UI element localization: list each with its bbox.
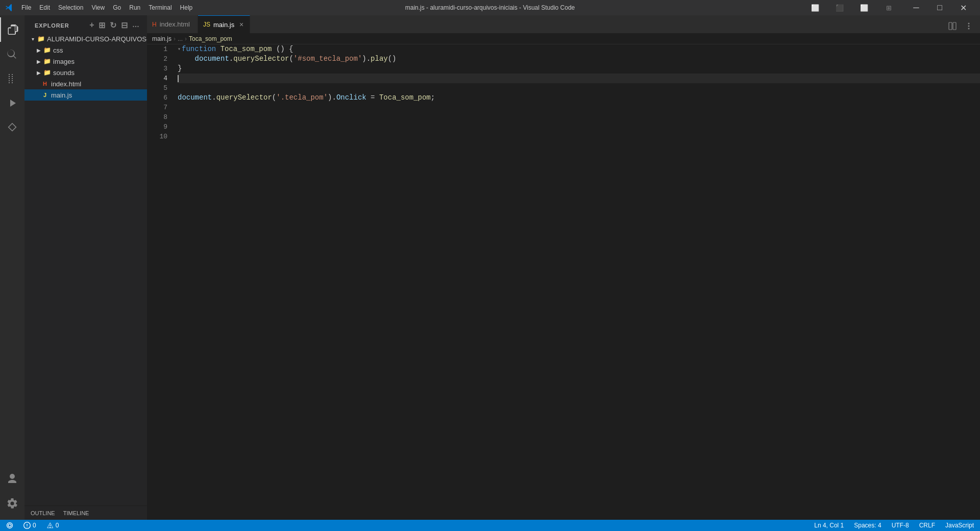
menu-run[interactable]: Run [125,0,144,15]
outline-tab[interactable]: OUTLINE [31,508,55,518]
activity-bar-settings[interactable] [0,491,24,516]
activity-bar-run[interactable] [0,91,24,115]
status-language[interactable]: JavaScript [943,520,976,531]
activity-bar-account[interactable] [0,467,24,491]
activity-bar-source-control[interactable] [0,66,24,91]
menu-selection[interactable]: Selection [54,0,87,15]
more-options-icon[interactable] [962,19,976,33]
svg-point-4 [968,28,970,30]
tree-item-images[interactable]: ▶ 📁 images [24,56,147,67]
line-num-8: 8 [147,112,167,122]
status-position[interactable]: Ln 4, Col 1 [812,520,846,531]
svg-rect-0 [949,22,952,30]
error-icon [23,522,31,529]
tree-item-index-html[interactable]: H index.html [24,78,147,89]
activity-bar-explorer[interactable] [0,17,24,42]
line-num-2: 2 [147,54,167,64]
title-bar-menu[interactable]: File Edit Selection View Go Run Terminal… [17,0,197,15]
layout-toggle-1[interactable]: ⬜ [803,0,827,15]
status-errors[interactable]: 0 [21,520,38,531]
tab-main-js-label: main.js [213,21,234,29]
line-num-5: 5 [147,83,167,93]
line-num-9: 9 [147,122,167,132]
file-tree: ▾ 📁 ALURAMIDI-CURSO-ARQUIVOS-INICIAIS ▶ … [24,33,147,505]
search-icon [6,48,18,60]
vscode-logo-icon [5,4,13,12]
title-bar-title: main.js - aluramidi-curso-arquivos-inici… [405,4,575,11]
breadcrumb-dots: ... [178,35,183,42]
breadcrumb-sep-1: › [174,35,176,42]
run-icon [6,97,18,109]
menu-file[interactable]: File [17,0,35,15]
status-bar: 0 0 Ln 4, Col 1 Spaces: 4 UTF-8 CRLF Jav… [0,520,980,531]
status-warnings[interactable]: 0 [44,520,61,531]
minimize-button[interactable]: ─ [904,0,928,15]
css-label: css [53,46,63,54]
source-control-icon [6,73,18,85]
tree-item-css[interactable]: ▶ 📁 css [24,44,147,56]
layout-toggle-2[interactable]: ⬛ [828,0,851,15]
code-line-2: document . querySelector ( '#som_tecla_p… [178,54,980,64]
maximize-button[interactable]: □ [928,0,951,15]
code-line-10 [178,132,980,141]
breadcrumb: main.js › ... › Toca_som_pom [147,33,980,44]
activity-bar [0,15,24,520]
code-line-3: } [178,64,980,74]
breadcrumb-function: Toca_som_pom [189,35,232,42]
close-button[interactable]: ✕ [951,0,975,15]
index-html-label: index.html [51,80,81,88]
menu-go[interactable]: Go [109,0,125,15]
sounds-label: sounds [53,69,75,77]
tab-index-html[interactable]: H index.html [147,15,198,33]
fn-name: Toca_som_pom [220,44,272,54]
sounds-folder-icon: 📁 [43,68,51,77]
editor-top-right [945,19,980,33]
svg-rect-1 [953,22,956,30]
line-num-3: 3 [147,64,167,74]
breadcrumb-file[interactable]: main.js [152,35,172,42]
title-bar: File Edit Selection View Go Run Terminal… [0,0,980,15]
status-eol[interactable]: CRLF [917,520,937,531]
refresh-explorer-icon[interactable]: ↻ [109,19,118,31]
more-actions-icon[interactable]: … [131,19,141,31]
main-layout: EXPLORER + ⊞ ↻ ⊟ … ▾ 📁 ALURAMIDI-CURSO-A… [0,15,980,520]
editor-area: H index.html JS main.js × [147,15,980,520]
tree-item-main-js[interactable]: J main.js [24,89,147,101]
line-num-10: 10 [147,132,167,141]
layout-toggle-4[interactable]: ⊞ [877,0,900,15]
timeline-tab[interactable]: TIMELINE [63,508,89,518]
tree-item-sounds[interactable]: ▶ 📁 sounds [24,67,147,78]
line-num-4: 4 [147,74,167,83]
images-folder-icon: 📁 [43,57,51,65]
new-file-icon[interactable]: + [88,19,95,31]
sidebar-title: EXPLORER [35,22,69,29]
menu-help[interactable]: Help [176,0,197,15]
collapse-all-icon[interactable]: ⊟ [120,19,129,31]
status-remote[interactable] [4,520,15,531]
code-line-1: ▾ function Toca_som_pom () { [178,44,980,54]
new-folder-icon[interactable]: ⊞ [97,19,107,31]
activity-bar-extensions[interactable] [0,115,24,140]
svg-point-3 [968,26,970,27]
tab-js-icon: JS [203,21,210,28]
tab-close-button[interactable]: × [237,20,246,29]
menu-edit[interactable]: Edit [35,0,54,15]
tab-main-js[interactable]: JS main.js × [198,15,250,33]
tree-root-folder[interactable]: ▾ 📁 ALURAMIDI-CURSO-ARQUIVOS-INICIAIS [24,33,147,44]
root-folder-icon: 📁 [37,35,45,43]
line-num-1: 1 [147,44,167,54]
code-line-6: document . querySelector ( ' .tecla_pom … [178,93,980,103]
layout-toggle-3[interactable]: ⬜ [852,0,876,15]
code-lines: 1 2 3 4 5 6 7 8 9 10 ▾ function [147,44,980,520]
split-editor-icon[interactable] [945,19,960,33]
menu-view[interactable]: View [87,0,109,15]
activity-bar-search[interactable] [0,42,24,66]
code-editor[interactable]: 1 2 3 4 5 6 7 8 9 10 ▾ function [147,44,980,520]
status-spaces[interactable]: Spaces: 4 [852,520,883,531]
menu-terminal[interactable]: Terminal [144,0,176,15]
code-line-4 [178,74,980,83]
breadcrumb-sep-2: › [185,35,187,42]
images-chevron-icon: ▶ [35,57,43,65]
tab-html-icon: H [152,21,157,28]
status-encoding[interactable]: UTF-8 [890,520,911,531]
